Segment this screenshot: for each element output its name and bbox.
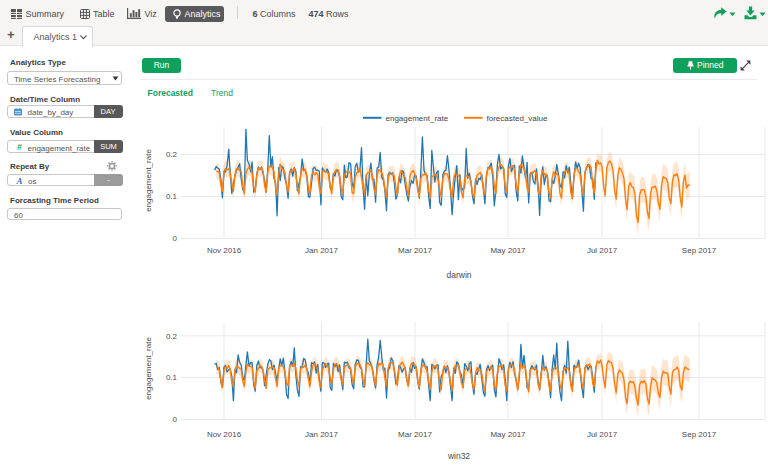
svg-text:Sep 2017: Sep 2017	[682, 430, 717, 439]
svg-text:Jan 2017: Jan 2017	[305, 430, 338, 439]
svg-text:engagement_rate: engagement_rate	[144, 337, 153, 400]
svg-text:May 2017: May 2017	[490, 246, 526, 255]
svg-text:Jan 2017: Jan 2017	[305, 246, 338, 255]
svg-text:0: 0	[173, 234, 178, 243]
svg-text:Jul 2017: Jul 2017	[587, 246, 618, 255]
svg-text:Jul 2017: Jul 2017	[587, 430, 618, 439]
svg-text:May 2017: May 2017	[490, 430, 526, 439]
svg-text:forecasted_value: forecasted_value	[487, 114, 548, 123]
svg-text:Mar 2017: Mar 2017	[398, 246, 432, 255]
svg-text:win32: win32	[447, 451, 470, 461]
svg-text:darwin: darwin	[446, 270, 471, 280]
svg-text:Nov 2016: Nov 2016	[207, 246, 242, 255]
svg-text:0.1: 0.1	[166, 192, 178, 201]
svg-text:0: 0	[173, 415, 178, 424]
svg-text:engagement_rate: engagement_rate	[144, 149, 153, 212]
svg-text:engagement_rate: engagement_rate	[386, 114, 449, 123]
svg-text:Sep 2017: Sep 2017	[682, 246, 717, 255]
svg-text:0.1: 0.1	[166, 373, 178, 382]
svg-text:0.2: 0.2	[166, 150, 178, 159]
svg-text:Mar 2017: Mar 2017	[398, 430, 432, 439]
svg-text:0.2: 0.2	[166, 332, 178, 341]
svg-text:Nov 2016: Nov 2016	[207, 430, 242, 439]
